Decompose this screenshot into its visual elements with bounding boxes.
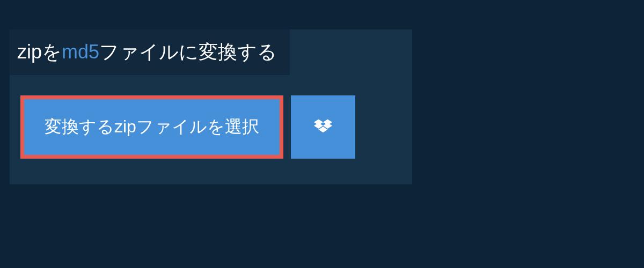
button-row: 変換するzipファイルを選択 xyxy=(20,95,412,159)
title-prefix: zip xyxy=(17,41,42,63)
select-file-button[interactable]: 変換するzipファイルを選択 xyxy=(20,95,283,159)
title-highlight: md5 xyxy=(62,41,99,63)
title-middle: を xyxy=(42,41,62,63)
dropbox-icon xyxy=(314,119,332,135)
title-bar: zipをmd5ファイルに変換する xyxy=(10,29,290,75)
select-file-label: 変換するzipファイルを選択 xyxy=(45,115,259,139)
dropbox-button[interactable] xyxy=(291,95,355,159)
page-title: zipをmd5ファイルに変換する xyxy=(17,41,277,63)
title-suffix: ファイルに変換する xyxy=(99,41,277,63)
converter-panel: zipをmd5ファイルに変換する 変換するzipファイルを選択 xyxy=(10,29,412,184)
